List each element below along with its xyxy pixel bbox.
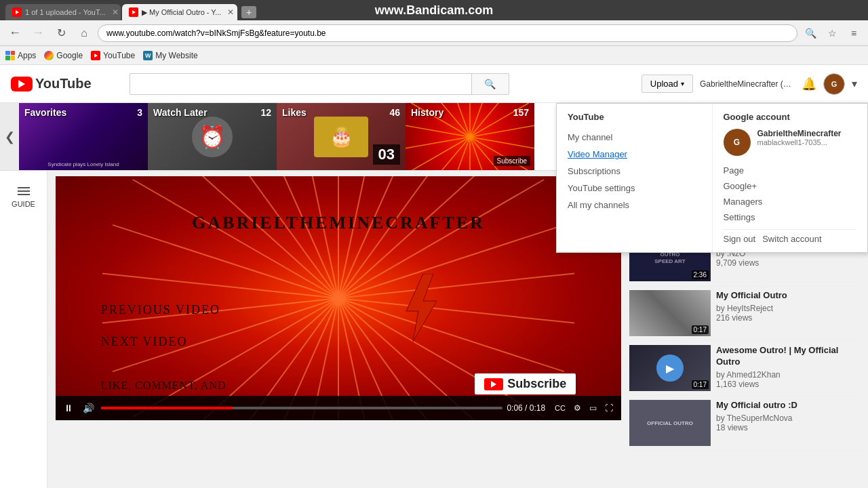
avatar[interactable]: G — [823, 73, 845, 95]
search-input[interactable] — [130, 73, 471, 95]
dropdown-page[interactable]: Page — [724, 163, 857, 178]
chrome-menu-icon[interactable]: ≡ — [845, 24, 863, 42]
tab2-favicon — [129, 7, 138, 17]
dropdown-all-channels[interactable]: All my channels — [568, 197, 701, 214]
tab2-label: ▶ My Official Outro - Y... — [142, 8, 221, 17]
dropdown-user-info: GabrieltheMinecrafter mablackwell1-7035.… — [757, 129, 842, 156]
dropdown-settings[interactable]: Settings — [724, 209, 857, 225]
yt-logo[interactable]: YouTube — [11, 76, 92, 92]
dropdown-sign-out[interactable]: Sign out — [724, 234, 756, 244]
sv4-info: Awesome Outro! | My Official Outro by Ah… — [716, 345, 860, 391]
sv4-title: Awesome Outro! | My Official Outro — [716, 345, 860, 368]
sv5-thumb: OFFICIAL OUTRO — [629, 400, 711, 446]
sv3-info: My Official Outro by HeyItsReject 216 vi… — [716, 290, 860, 336]
favorites-count: 3 — [137, 107, 142, 118]
sv4-thumb: ▶ 0:17 — [629, 345, 711, 391]
guide-icon — [18, 187, 30, 195]
browser-tab-bar: www.Bandicam.com 1 of 1 uploaded - YouT.… — [0, 0, 868, 20]
dropdown-switch-account[interactable]: Switch account — [762, 234, 821, 244]
dropdown-managers[interactable]: Managers — [724, 194, 857, 209]
video-next-label: Next Video — [101, 335, 188, 349]
forward-button[interactable]: → — [28, 24, 47, 43]
strip-item-likes[interactable]: 🎂 03 Likes 46 — [277, 103, 406, 170]
strip-prev-arrow[interactable]: ❮ — [0, 103, 19, 170]
tab1-favicon — [12, 7, 22, 17]
search-icon[interactable]: 🔍 — [802, 24, 819, 42]
home-button[interactable]: ⌂ — [75, 24, 94, 43]
dropdown-google-heading: Google account — [724, 112, 857, 122]
sv3-views: 216 views — [716, 313, 860, 323]
list-item[interactable]: OFFICIAL OUTRO My Official outro :D by T… — [629, 396, 860, 451]
fullscreen-button[interactable]: ⛶ — [602, 402, 616, 414]
guide-label: GUIDE — [12, 200, 35, 208]
strip-item-favorites[interactable]: Syndicate plays Lonely Island Favorites … — [19, 103, 148, 170]
theater-button[interactable]: ▭ — [587, 402, 599, 414]
tab1-label: 1 of 1 uploaded - YouT... — [25, 8, 106, 16]
dropdown-video-manager[interactable]: Video Manager — [568, 146, 701, 163]
apps-icon — [5, 51, 15, 60]
dropdown-avatar: G — [724, 129, 751, 156]
strip-item-history[interactable]: Subscribe History 157 — [406, 103, 534, 170]
history-label: History — [411, 107, 443, 118]
bookmark-google[interactable]: Google — [44, 51, 83, 60]
history-count: 157 — [513, 107, 529, 118]
settings-button[interactable]: ⚙ — [571, 402, 584, 414]
svg-line-23 — [338, 180, 544, 298]
yt-logo-text: YouTube — [35, 76, 92, 92]
upload-label: Upload — [650, 79, 678, 89]
watchlater-count: 12 — [260, 107, 271, 118]
sv4-views: 1,163 views — [716, 380, 860, 389]
reload-button[interactable]: ↻ — [52, 24, 71, 43]
volume-button[interactable]: 🔊 — [80, 401, 97, 415]
search-button[interactable]: 🔍 — [471, 73, 509, 95]
tab1-close[interactable]: ✕ — [112, 7, 119, 17]
cc-button[interactable]: CC — [552, 403, 568, 413]
lightning-icon — [399, 274, 440, 342]
dropdown-google-col: Google account G GabrieltheMinecrafter m… — [712, 104, 868, 252]
pause-button[interactable]: ⏸ — [61, 401, 76, 415]
bookmark-icon[interactable]: ☆ — [823, 24, 841, 42]
guide-button[interactable]: GUIDE — [6, 182, 41, 214]
new-tab-button[interactable]: + — [241, 6, 256, 18]
sv4-duration: 0:17 — [692, 380, 709, 389]
tab2[interactable]: ▶ My Official Outro - Y... ✕ — [122, 4, 237, 20]
svg-line-17 — [447, 103, 470, 137]
yt-sidebar: GUIDE — [0, 171, 47, 488]
browser-nav-bar: ← → ↻ ⌂ 🔍 ☆ ≡ — [0, 20, 868, 46]
back-button[interactable]: ← — [5, 24, 24, 43]
upload-arrow-icon: ▾ — [681, 80, 684, 87]
bookmark-mywebsite[interactable]: W My Website — [143, 51, 197, 60]
strip-item-watchlater[interactable]: ⏰ Watch Later 12 — [148, 103, 277, 170]
sv3-title: My Official Outro — [716, 290, 860, 302]
notification-bell-icon[interactable]: 🔔 — [802, 77, 816, 92]
bookmark-apps[interactable]: Apps — [5, 51, 36, 60]
yt-search-bar: 🔍 — [130, 73, 509, 95]
watchlater-label: Watch Later — [153, 107, 208, 118]
video-subscribe-box[interactable]: Subscribe — [475, 373, 576, 394]
account-dropdown-menu: YouTube My channel Video Manager Subscri… — [556, 103, 868, 253]
list-item[interactable]: ▶ 0:17 Awesome Outro! | My Official Outr… — [629, 341, 860, 396]
video-player[interactable]: GABRIELTHEMINECRAFTER Previous Video Nex… — [56, 176, 621, 420]
video-prev-label: Previous Video — [101, 303, 220, 317]
tab1[interactable]: 1 of 1 uploaded - YouT... ✕ — [5, 4, 121, 20]
progress-bar[interactable] — [101, 407, 502, 409]
svg-line-44 — [162, 176, 338, 298]
dropdown-google-plus[interactable]: Google+ — [724, 178, 857, 194]
upload-button[interactable]: Upload ▾ — [642, 75, 693, 93]
svg-line-1 — [470, 103, 493, 137]
dropdown-yt-settings[interactable]: YouTube settings — [568, 180, 701, 197]
bookmark-youtube[interactable]: YouTube — [91, 51, 135, 60]
svg-line-47 — [289, 176, 338, 298]
address-bar[interactable] — [98, 24, 797, 42]
sv2-duration: 2:36 — [692, 270, 709, 279]
svg-line-45 — [199, 176, 338, 298]
svg-line-42 — [113, 225, 338, 298]
likes-count: 46 — [389, 107, 400, 118]
yt-logo-icon — [11, 77, 33, 92]
tab2-close[interactable]: ✕ — [227, 7, 234, 17]
google-favicon — [44, 51, 54, 60]
dropdown-my-channel[interactable]: My channel — [568, 129, 701, 146]
list-item[interactable]: 0:17 My Official Outro by HeyItsReject 2… — [629, 286, 860, 341]
account-settings-icon[interactable]: ▾ — [852, 77, 857, 90]
dropdown-subscriptions[interactable]: Subscriptions — [568, 163, 701, 180]
